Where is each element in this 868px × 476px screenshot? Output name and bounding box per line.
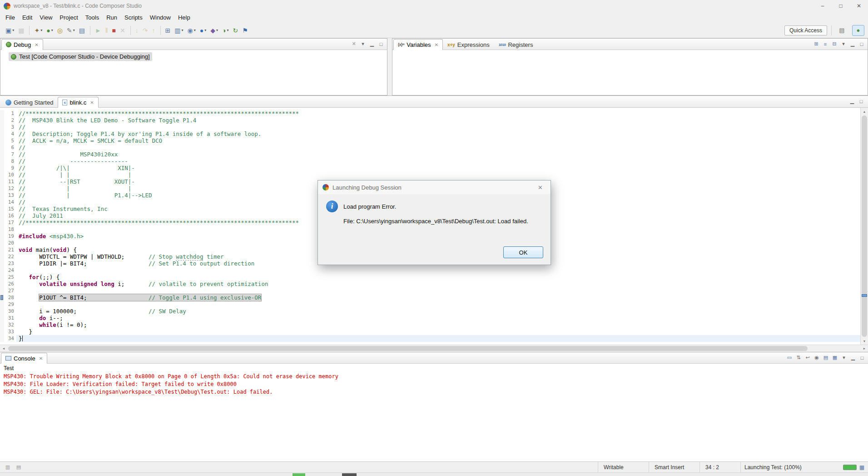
dialog-close-icon[interactable]: ✕ — [535, 183, 546, 192]
tab-console[interactable]: Console ✕ — [1, 353, 47, 364]
code-text[interactable]: // ACLK = n/a, MCLK = SMCLK = default DC… — [16, 137, 860, 144]
watch-expression-icon[interactable]: ◉▾ — [186, 25, 198, 35]
line-number[interactable]: 31 — [4, 315, 16, 321]
scroll-up-icon[interactable]: ▲ — [861, 108, 868, 115]
annotation-column[interactable] — [0, 335, 4, 342]
line-number[interactable]: 7 — [4, 151, 16, 158]
line-number[interactable]: 3 — [4, 124, 16, 130]
minimize-icon[interactable]: ▁ — [849, 354, 857, 361]
tab-debug[interactable]: Debug ✕ — [1, 39, 43, 50]
line-number[interactable]: 11 — [4, 178, 16, 185]
tab-getting-started[interactable]: Getting Started — [1, 97, 58, 108]
code-text[interactable]: volatile unsigned long i; // volatile to… — [16, 281, 860, 287]
line-number[interactable]: 16 — [4, 212, 16, 219]
code-text[interactable]: // ----------------- — [16, 158, 860, 165]
clear-console-icon[interactable]: ▭ — [785, 354, 794, 361]
ccs-edit-perspective-button[interactable]: ▤ — [836, 25, 848, 36]
minimize-window-button[interactable]: – — [813, 0, 832, 12]
annotation-column[interactable] — [0, 117, 4, 124]
line-number[interactable]: 22 — [4, 253, 16, 260]
show-logical-structure-icon[interactable]: ≡ — [821, 40, 829, 48]
menu-run[interactable]: Run — [103, 13, 121, 22]
status-launch-progress[interactable]: Launching Test: (100%) ▦ — [740, 462, 868, 472]
menu-edit[interactable]: Edit — [19, 13, 36, 22]
code-text[interactable]: for(;;) { — [16, 274, 860, 281]
code-text[interactable]: // | | | — [16, 171, 860, 178]
code-text[interactable]: // Description; Toggle P1.4 by xor'ing P… — [16, 130, 860, 137]
annotation-column[interactable] — [0, 158, 4, 165]
line-number[interactable]: 33 — [4, 328, 16, 335]
tab-expressions[interactable]: x+y Expressions — [443, 39, 494, 50]
profile-dropdown-icon[interactable]: ▾ — [227, 28, 228, 32]
line-number[interactable]: 34 — [4, 335, 16, 342]
memory-browser-icon[interactable]: ⊞ — [164, 25, 173, 35]
code-text[interactable] — [16, 301, 860, 308]
code-text[interactable]: P1OUT ^= BIT4; // Toggle P1.4 using excl… — [16, 294, 860, 301]
line-number[interactable]: 9 — [4, 165, 16, 171]
display-selected-console-icon[interactable]: ▤ — [822, 354, 830, 361]
menu-file[interactable]: File — [2, 13, 19, 22]
build-hammer-dropdown-icon[interactable]: ▾ — [40, 28, 42, 32]
line-number[interactable]: 14 — [4, 199, 16, 205]
maximize-icon[interactable]: □ — [858, 354, 866, 361]
code-text[interactable] — [16, 287, 860, 294]
close-window-button[interactable]: ✕ — [850, 0, 868, 12]
menu-window[interactable]: Window — [146, 13, 174, 22]
annotation-column[interactable] — [0, 315, 4, 321]
title-bar[interactable]: workspace_v8 - Test/blink.c - Code Compo… — [0, 0, 868, 12]
annotation-column[interactable] — [0, 328, 4, 335]
view-menu-icon[interactable]: ▾ — [840, 354, 848, 361]
annotation-column[interactable] — [0, 110, 4, 117]
menu-scripts[interactable]: Scripts — [121, 13, 146, 22]
annotation-column[interactable] — [0, 151, 4, 158]
new-wizard-icon[interactable]: ▣▾ — [4, 25, 16, 35]
annotation-column[interactable] — [0, 130, 4, 137]
line-number[interactable]: 10 — [4, 171, 16, 178]
code-text[interactable]: } — [16, 335, 860, 342]
code-text[interactable] — [16, 267, 860, 274]
annotation-column[interactable] — [0, 233, 4, 240]
annotation-column[interactable] — [0, 281, 4, 287]
scroll-left-icon[interactable]: ◄ — [0, 347, 7, 350]
annotation-column[interactable] — [0, 137, 4, 144]
progress-view-icon[interactable]: ▦ — [859, 464, 864, 471]
search-icon[interactable]: ◎ — [55, 25, 64, 35]
view-menu-icon[interactable]: ▾ — [359, 40, 367, 48]
annotation-column[interactable] — [0, 308, 4, 315]
registers-view-dropdown-icon[interactable]: ▾ — [181, 28, 183, 32]
line-number[interactable]: 1 — [4, 110, 16, 117]
line-number[interactable]: 13 — [4, 192, 16, 199]
horizontal-scroll-thumb[interactable] — [8, 346, 808, 351]
menu-view[interactable]: View — [36, 13, 56, 22]
line-number[interactable]: 25 — [4, 274, 16, 281]
quick-access-button[interactable]: Quick Access — [784, 25, 827, 35]
annotation-column[interactable] — [0, 287, 4, 294]
debug-launch-tree-item[interactable]: Test [Code Composer Studio - Device Debu… — [9, 52, 152, 61]
annotation-column[interactable] — [0, 246, 4, 253]
annotation-column[interactable] — [0, 260, 4, 267]
menu-tools[interactable]: Tools — [82, 13, 103, 22]
annotation-column[interactable] — [0, 240, 4, 246]
code-text[interactable]: // MSP430i20xx — [16, 151, 860, 158]
debug-icon[interactable]: ●▾ — [45, 25, 55, 35]
close-icon[interactable]: ✕ — [39, 356, 43, 361]
horizontal-scrollbar[interactable]: ◄ ► — [0, 345, 868, 352]
new-wizard-dropdown-icon[interactable]: ▾ — [12, 28, 14, 32]
line-number[interactable]: 4 — [4, 130, 16, 137]
line-number[interactable]: 6 — [4, 144, 16, 151]
remove-all-terminated-icon[interactable]: ✕ — [350, 40, 358, 48]
line-number[interactable]: 27 — [4, 287, 16, 294]
annotation-column[interactable] — [0, 199, 4, 205]
console-output[interactable]: MSP430: Trouble Writing Memory Block at … — [0, 373, 868, 396]
pin-console-icon[interactable]: ◉ — [813, 354, 821, 361]
line-number[interactable]: 26 — [4, 281, 16, 287]
annotation-column[interactable] — [0, 219, 4, 226]
line-number[interactable]: 2 — [4, 117, 16, 124]
line-number[interactable]: 12 — [4, 185, 16, 192]
selection-info-icon[interactable]: ▥ — [4, 463, 12, 471]
breakpoints-icon[interactable]: ●▾ — [198, 25, 208, 35]
scroll-right-icon[interactable]: ► — [861, 347, 868, 350]
registers-view-icon[interactable]: ▥▾ — [173, 25, 185, 35]
line-number[interactable]: 5 — [4, 137, 16, 144]
menu-project[interactable]: Project — [56, 13, 81, 22]
